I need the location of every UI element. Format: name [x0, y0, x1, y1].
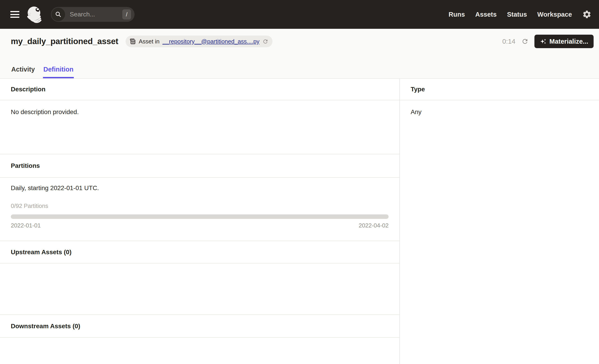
menu-icon[interactable]: [10, 11, 19, 18]
page-title: my_daily_partitioned_asset: [11, 37, 118, 46]
type-body: Any: [400, 100, 599, 116]
tab-activity[interactable]: Activity: [11, 66, 35, 78]
navbar-links: Runs Assets Status Workspace: [449, 11, 572, 18]
definition-content: Description No description provided. Par…: [0, 78, 599, 364]
refresh-icon: [521, 38, 529, 45]
partitions-body: Daily, starting 2022-01-01 UTC. 0/92 Par…: [0, 178, 399, 241]
badge-prefix: Asset in: [139, 38, 160, 45]
left-column: Description No description provided. Par…: [0, 79, 399, 364]
type-heading: Type: [400, 79, 599, 100]
page-header: my_daily_partitioned_asset Asset in __re…: [0, 29, 599, 78]
repository-link[interactable]: __repository__@partitioned_ass....py: [162, 38, 259, 45]
sparkle-icon: [540, 38, 546, 45]
partition-progress-label: 0/92 Partitions: [11, 202, 389, 209]
global-search: /: [51, 7, 135, 22]
partition-range-end: 2022-04-02: [359, 222, 389, 229]
reload-repository-button[interactable]: [262, 38, 268, 44]
description-body: No description provided.: [0, 100, 399, 154]
settings-button[interactable]: [582, 9, 592, 19]
asset-origin-badge: Asset in __repository__@partitioned_ass.…: [125, 35, 273, 47]
top-navbar: / Runs Assets Status Workspace: [0, 0, 599, 29]
upstream-assets-body: [0, 263, 399, 315]
reload-icon: [262, 38, 268, 44]
asset-definition-page: / Runs Assets Status Workspace my_daily_…: [0, 0, 599, 364]
partitions-heading: Partitions: [0, 154, 399, 178]
partition-range: 2022-01-01 2022-04-02: [11, 222, 389, 229]
nav-item-assets[interactable]: Assets: [475, 11, 497, 18]
dagster-logo-icon[interactable]: [26, 6, 43, 23]
materialize-button[interactable]: Materialize...: [534, 35, 594, 48]
title-row: my_daily_partitioned_asset Asset in __re…: [0, 29, 599, 50]
right-column: Type Any: [399, 79, 599, 364]
asset-table-icon: [129, 38, 136, 45]
tab-definition[interactable]: Definition: [43, 66, 74, 78]
header-actions: 0:14 Materialize...: [502, 35, 594, 48]
upstream-assets-heading: Upstream Assets (0): [0, 241, 399, 263]
downstream-assets-heading: Downstream Assets (0): [0, 315, 399, 338]
partition-progress-bar: [11, 214, 389, 219]
tab-bar: Activity Definition: [11, 66, 74, 78]
nav-item-runs[interactable]: Runs: [449, 11, 465, 18]
materialize-label: Materialize...: [549, 38, 588, 45]
nav-item-status[interactable]: Status: [507, 11, 527, 18]
search-icon: [52, 8, 65, 21]
refresh-button[interactable]: [520, 36, 530, 46]
search-shortcut-key: /: [123, 9, 131, 19]
downstream-assets-body: [0, 338, 399, 364]
gear-icon: [582, 10, 591, 19]
description-heading: Description: [0, 79, 399, 100]
refresh-countdown: 0:14: [502, 38, 515, 45]
nav-item-workspace[interactable]: Workspace: [537, 11, 572, 18]
description-text: No description provided.: [11, 108, 79, 115]
partition-range-start: 2022-01-01: [11, 222, 41, 229]
partition-summary: Daily, starting 2022-01-01 UTC.: [11, 184, 389, 192]
type-value: Any: [411, 108, 422, 115]
